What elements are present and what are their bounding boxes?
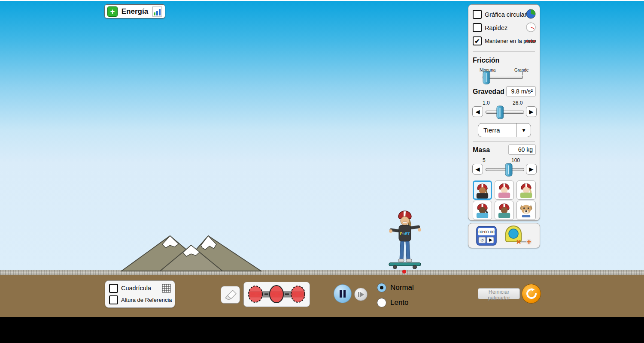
gravity-min-label: 1.0 <box>483 100 490 106</box>
plus-icon: + <box>107 6 118 17</box>
planet-dropdown[interactable]: Tierra ▼ <box>478 123 531 137</box>
draggable-track-icon <box>246 284 307 304</box>
gravity-value: 9.8 m/s² <box>506 86 536 96</box>
clear-tracks-button[interactable] <box>221 286 240 304</box>
pie-chart-icon <box>526 9 536 19</box>
mass-min-label: 5 <box>483 157 486 163</box>
navigation-bar: Energía en la pista de patinaje Intro Me… <box>0 317 644 343</box>
checkbox: ✔ <box>473 23 482 32</box>
grid-icon <box>162 284 171 293</box>
ground-dirt <box>0 275 644 317</box>
speed-normal-radio[interactable]: Normal <box>377 283 414 292</box>
gravity-increase-button[interactable]: ▶ <box>526 106 537 117</box>
friction-slider-handle[interactable] <box>483 71 490 84</box>
chevron-down-icon: ▼ <box>516 123 531 137</box>
skater-choice-person-blue-shirt[interactable] <box>473 201 492 220</box>
restart-skater-button[interactable]: Reiniciar patinador <box>478 288 520 299</box>
skater-choice-dog[interactable] <box>516 201 536 220</box>
friction-heading: Fricción <box>473 57 499 64</box>
eraser-icon <box>224 289 237 301</box>
reset-all-button[interactable] <box>522 284 541 304</box>
sky-background <box>0 1 644 271</box>
skater-attachment-point <box>402 270 406 274</box>
speed-slow-radio[interactable]: Lento <box>377 298 409 307</box>
planet-dropdown-value: Tierra <box>478 126 516 134</box>
checkbox: ✔ <box>473 10 482 19</box>
energy-graph-button[interactable]: + Energía <box>104 4 165 18</box>
skater-choice-girl-black-shirt[interactable] <box>473 181 492 200</box>
reset-icon <box>526 288 537 299</box>
mass-decrease-button[interactable]: ◀ <box>472 164 483 175</box>
gravity-decrease-button[interactable]: ◀ <box>472 106 483 117</box>
step-forward-icon <box>358 292 364 298</box>
bar-chart-icon <box>152 6 162 17</box>
gravity-slider-handle[interactable] <box>497 105 504 119</box>
divider <box>473 141 535 142</box>
speedometer-icon <box>526 22 536 32</box>
ground-surface <box>0 270 644 275</box>
gravity-max-label: 26.0 <box>513 100 522 106</box>
mass-increase-button[interactable]: ▶ <box>526 164 537 175</box>
friction-slider[interactable] <box>483 76 523 79</box>
measuring-tape-tool[interactable] <box>504 226 532 246</box>
track-attach-icon <box>525 39 536 43</box>
radio-button <box>377 283 386 292</box>
mass-heading: Masa <box>473 146 490 154</box>
skater-choice-person-teal-shirt[interactable] <box>495 201 514 220</box>
grid-checkbox[interactable]: ✔ Cuadrícula <box>109 284 171 293</box>
mass-slider-handle[interactable] <box>505 163 512 176</box>
timer-display: 00:00.00 <box>478 229 494 234</box>
gravity-slider[interactable] <box>486 111 524 114</box>
mass-max-label: 100 <box>511 157 520 163</box>
divider <box>473 51 535 52</box>
mountains-decoration <box>119 232 263 271</box>
energy-button-label: Energía <box>121 7 149 16</box>
control-panel: ✔ Gráfica circular ✔ Rapidez ✔ Mantener … <box>468 4 540 221</box>
stopwatch-tool[interactable]: 00:00.00 ↺ <box>476 226 497 246</box>
speed-checkbox[interactable]: ✔ Rapidez <box>473 23 507 32</box>
svg-text:PhET: PhET <box>400 232 410 236</box>
gravity-heading: Gravedad <box>473 88 504 96</box>
checkbox: ✔ <box>109 284 118 293</box>
mass-value: 60 kg <box>508 144 536 155</box>
checkbox: ✔ <box>109 295 118 304</box>
skater-choice-boy-pink-shirt[interactable] <box>495 181 514 200</box>
pause-button[interactable] <box>334 284 352 303</box>
tools-panel: 00:00.00 ↺ <box>468 223 540 248</box>
reference-height-checkbox[interactable]: ✔ Altura de Referencia <box>109 295 171 304</box>
skater-character[interactable]: PhET <box>387 208 422 272</box>
track-segment-button[interactable] <box>243 282 310 307</box>
step-forward-button[interactable] <box>354 288 368 301</box>
grid-reference-panel: ✔ Cuadrícula ✔ Altura de Referencia <box>105 280 175 308</box>
skater-choice-girl-green-shirt[interactable] <box>516 181 536 200</box>
pie-graph-checkbox[interactable]: ✔ Gráfica circular <box>473 10 527 19</box>
checkbox: ✔ <box>473 36 482 45</box>
mass-slider[interactable] <box>486 168 524 171</box>
radio-button <box>377 298 386 307</box>
svg-text:↺: ↺ <box>480 238 483 243</box>
pause-icon <box>339 290 346 298</box>
phet-energy-skate-park-app: PhET + Energía ✔ Gráfica circular <box>0 0 644 343</box>
